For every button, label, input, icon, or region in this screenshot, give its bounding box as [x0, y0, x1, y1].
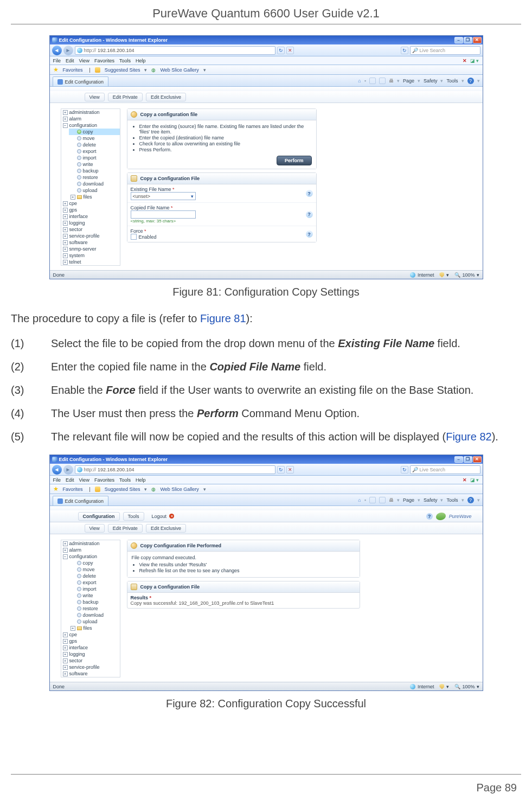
forward-button[interactable]: ►	[63, 46, 73, 55]
tree-item-alarm[interactable]: +alarm	[61, 547, 120, 553]
minimize-button[interactable]: –	[454, 37, 463, 43]
tree-item-copy[interactable]: copy	[69, 560, 120, 566]
page-menu[interactable]: Page	[403, 78, 414, 84]
feeds-icon[interactable]	[369, 78, 376, 84]
convert-icon[interactable]: ◪ ▾	[470, 58, 479, 63]
menu-view[interactable]: View	[79, 477, 89, 483]
tools-menu[interactable]: Tools	[446, 497, 458, 503]
tree-item-delete[interactable]: delete	[69, 573, 120, 579]
safety-menu[interactable]: Safety	[424, 497, 438, 503]
menu-favorites[interactable]: Favorites	[94, 58, 114, 63]
page-menu[interactable]: Page	[403, 497, 414, 503]
help-icon[interactable]: ?	[467, 497, 474, 503]
menu-file[interactable]: File	[53, 58, 61, 63]
stop-button[interactable]: ✕	[286, 47, 294, 54]
perform-button[interactable]: Perform	[277, 156, 312, 165]
tree-item-software[interactable]: +software	[61, 670, 120, 677]
figure-82-link[interactable]: Figure 82	[446, 431, 492, 443]
search-box[interactable]: 🔎 Live Search	[410, 46, 480, 55]
menu-edit[interactable]: Edit	[66, 58, 74, 63]
help-icon[interactable]: ?	[306, 211, 313, 218]
zoom-icon[interactable]: 🔍	[454, 684, 460, 689]
logout-button[interactable]: Logout ✕	[148, 512, 179, 521]
tree-item-logging[interactable]: +logging	[61, 651, 120, 657]
minimize-button[interactable]: –	[454, 456, 463, 463]
tree-item-restore[interactable]: restore	[69, 605, 120, 612]
tools-menu[interactable]: Tools	[446, 78, 458, 84]
tree-item-cpe[interactable]: +cpe	[61, 631, 120, 638]
menu-help[interactable]: Help	[136, 477, 146, 483]
tree-item-delete[interactable]: delete	[69, 142, 120, 148]
menu-file[interactable]: File	[53, 477, 61, 483]
help-icon[interactable]: ?	[426, 513, 433, 520]
web-slice[interactable]: Web Slice Gallery	[160, 487, 198, 492]
close-button[interactable]: ✕	[473, 37, 482, 43]
tree-item-write[interactable]: write	[69, 592, 120, 599]
tab-edit-private[interactable]: Edit Private	[108, 93, 143, 101]
tree-item-backup[interactable]: backup	[69, 168, 120, 174]
address-bar[interactable]: http://192.168.200.104	[75, 46, 275, 55]
feeds-icon[interactable]	[369, 497, 376, 503]
search-refresh-icon[interactable]: ↻	[401, 47, 408, 54]
help-icon[interactable]: ?	[467, 78, 474, 84]
print-icon[interactable]: 🖶	[389, 78, 394, 84]
close-button[interactable]: ✕	[473, 456, 482, 463]
refresh-button[interactable]: ↻	[277, 466, 285, 474]
tree-item-copy[interactable]: copy	[69, 129, 120, 135]
tree-item-interface[interactable]: +interface	[61, 644, 120, 651]
browser-tab[interactable]: Edit Configuration	[53, 496, 109, 506]
tree-item-software[interactable]: +software	[61, 239, 120, 246]
tree-item-logging[interactable]: +logging	[61, 220, 120, 226]
home-icon[interactable]: ⌂	[358, 78, 361, 84]
suggested-sites[interactable]: Suggested Sites	[105, 487, 140, 492]
tab-configuration[interactable]: Configuration	[78, 512, 120, 521]
search-refresh-icon[interactable]: ↻	[401, 466, 408, 474]
tree-item-download[interactable]: download	[69, 181, 120, 187]
tree-item-cpe[interactable]: +cpe	[61, 200, 120, 207]
tab-tools[interactable]: Tools	[123, 512, 144, 521]
safety-menu[interactable]: Safety	[424, 78, 438, 84]
tree-item-move[interactable]: move	[69, 135, 120, 142]
help-icon[interactable]: ?	[306, 231, 313, 238]
tree-item-export[interactable]: export	[69, 579, 120, 586]
tree-item-download[interactable]: download	[69, 612, 120, 618]
tab-edit-exclusive[interactable]: Edit Exclusive	[146, 524, 186, 533]
zoom-icon[interactable]: 🔍	[454, 272, 460, 278]
menu-edit[interactable]: Edit	[66, 477, 74, 483]
stop-button[interactable]: ✕	[286, 466, 294, 474]
tree-item-administration[interactable]: +administration	[61, 540, 120, 547]
tree-item-upload[interactable]: upload	[69, 618, 120, 625]
tree-item-import[interactable]: import	[69, 586, 120, 592]
convert-icon[interactable]: ◪ ▾	[470, 477, 479, 483]
tree-item-administration[interactable]: +administration	[61, 109, 120, 116]
menu-tools[interactable]: Tools	[119, 477, 131, 483]
maximize-button[interactable]: ❐	[464, 456, 472, 463]
tree-item-system[interactable]: +system	[61, 252, 120, 259]
web-slice[interactable]: Web Slice Gallery	[160, 67, 198, 73]
menu-help[interactable]: Help	[136, 58, 146, 63]
browser-tab[interactable]: Edit Configuration	[53, 76, 109, 86]
maximize-button[interactable]: ❐	[464, 37, 472, 43]
back-button[interactable]: ◄	[52, 46, 62, 55]
forward-button[interactable]: ►	[63, 465, 73, 475]
star-icon[interactable]: ★	[53, 485, 59, 492]
help-icon[interactable]: ?	[306, 190, 313, 197]
tab-view[interactable]: View	[85, 524, 105, 533]
star-icon[interactable]: ★	[53, 66, 59, 73]
home-icon[interactable]: ⌂	[358, 497, 361, 503]
tree-item-gps[interactable]: +gps	[61, 638, 120, 644]
tree-item-gps[interactable]: +gps	[61, 207, 120, 213]
back-button[interactable]: ◄	[52, 465, 62, 475]
tree-item-service-profile[interactable]: +service-profile	[61, 233, 120, 239]
tab-view[interactable]: View	[85, 93, 105, 101]
tree-item-move[interactable]: move	[69, 566, 120, 573]
figure-81-link[interactable]: Figure 81	[200, 312, 246, 324]
mail-icon[interactable]	[379, 497, 386, 503]
print-icon[interactable]: 🖶	[389, 497, 394, 503]
force-checkbox[interactable]	[131, 234, 137, 240]
tree-item-configuration[interactable]: −configuration	[61, 553, 120, 560]
tree-item-service-profile[interactable]: +service-profile	[61, 664, 120, 670]
tree-item-configuration[interactable]: −configuration	[61, 122, 120, 129]
tree-item-write[interactable]: write	[69, 161, 120, 168]
tree-item-files[interactable]: +files	[69, 194, 120, 200]
